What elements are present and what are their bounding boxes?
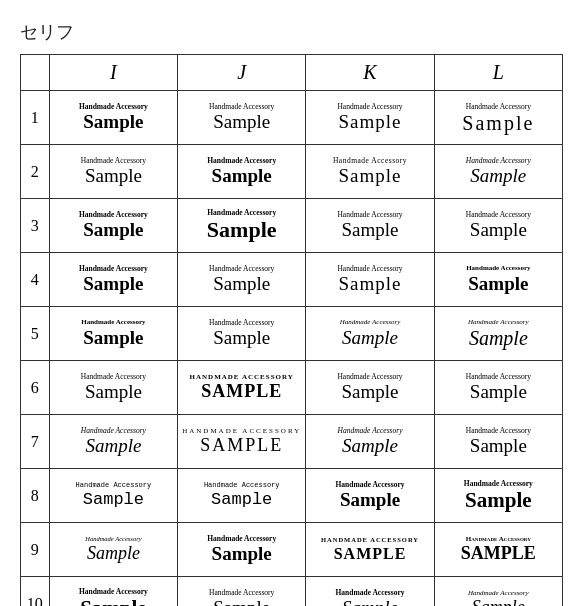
row-num-5: 5: [21, 307, 50, 361]
cell-7-3: Handmade AccessorySample: [434, 415, 562, 469]
cell-top-text: Handmade Accessory: [337, 372, 402, 381]
table-row: 2Handmade AccessorySampleHandmade Access…: [21, 145, 563, 199]
cell-main-text: Sample: [339, 112, 402, 133]
row-num-3: 3: [21, 199, 50, 253]
cell-8-1: Handmade AccessorySample: [178, 469, 306, 523]
row-num-10: 10: [21, 577, 50, 607]
cell-2-0: Handmade AccessorySample: [49, 145, 177, 199]
cell-top-text: Handmade Accessory: [466, 372, 531, 381]
cell-main-text: Sample: [470, 166, 526, 187]
cell-main-text: Sample: [470, 436, 527, 457]
cell-top-text: Handmade Accessory: [207, 156, 276, 165]
cell-6-1: HANDMADE ACCESSORYSAMPLE: [178, 361, 306, 415]
cell-top-text: Handmade Accessory: [81, 318, 145, 326]
table-row: 6Handmade AccessorySampleHANDMADE ACCESS…: [21, 361, 563, 415]
cell-top-text: Handmade Accessory: [337, 264, 402, 273]
cell-8-0: Handmade AccessorySample: [49, 469, 177, 523]
cell-top-text: Handmade Accessory: [466, 535, 531, 543]
cell-main-text: Sample: [212, 166, 272, 187]
cell-5-0: Handmade AccessorySample: [49, 307, 177, 361]
cell-main-text: Sample: [342, 220, 399, 241]
cell-main-text: SAMPLE: [461, 544, 536, 564]
row-num-8: 8: [21, 469, 50, 523]
cell-main-text: Sample: [85, 166, 142, 187]
cell-top-text: HANDMADE ACCESSORY: [321, 536, 419, 544]
cell-5-1: Handmade AccessorySample: [178, 307, 306, 361]
cell-8-3: Handmade AccessorySample: [434, 469, 562, 523]
cell-2-3: Handmade AccessorySample: [434, 145, 562, 199]
cell-7-1: HANDMADE ACCESSORYSAMPLE: [178, 415, 306, 469]
table-row: 7Handmade AccessorySampleHANDMADE ACCESS…: [21, 415, 563, 469]
cell-main-text: Sample: [213, 112, 270, 133]
cell-1-2: Handmade AccessorySample: [306, 91, 434, 145]
cell-3-2: Handmade AccessorySample: [306, 199, 434, 253]
col-header-I: I: [49, 55, 177, 91]
cell-top-text: Handmade Accessory: [337, 210, 402, 219]
section-title: セリフ: [20, 20, 563, 44]
cell-6-2: Handmade AccessorySample: [306, 361, 434, 415]
cell-top-text: Handmade Accessory: [209, 588, 274, 597]
cell-top-text: Handmade Accessory: [85, 535, 141, 543]
cell-4-3: Handmade AccessorySample: [434, 253, 562, 307]
cell-main-text: Sample: [213, 274, 270, 295]
col-header-K: K: [306, 55, 434, 91]
col-header-J: J: [178, 55, 306, 91]
table-row: 4Handmade AccessorySampleHandmade Access…: [21, 253, 563, 307]
cell-main-text: Sample: [87, 544, 140, 564]
cell-top-text: Handmade Accessory: [209, 264, 274, 273]
cell-1-1: Handmade AccessorySample: [178, 91, 306, 145]
cell-top-text: Handmade Accessory: [466, 426, 531, 435]
cell-3-0: Handmade AccessorySample: [49, 199, 177, 253]
cell-10-3: Handmade AccessorySample: [434, 577, 562, 607]
cell-8-2: Handmade AccessorySample: [306, 469, 434, 523]
cell-top-text: Handmade Accessory: [207, 534, 276, 543]
cell-main-text: Sample: [342, 328, 398, 349]
cell-top-text: Handmade Accessory: [337, 102, 402, 111]
cell-main-text: Sample: [85, 382, 142, 403]
cell-main-text: Sample: [470, 220, 527, 241]
cell-main-text: Sample: [469, 327, 528, 349]
cell-main-text: SAMPLE: [334, 545, 407, 563]
cell-top-text: HANDMADE ACCESSORY: [190, 373, 294, 381]
col-header-L: L: [434, 55, 562, 91]
cell-main-text: Sample: [83, 274, 143, 295]
cell-main-text: Sample: [342, 436, 398, 457]
cell-9-1: Handmade AccessorySample: [178, 523, 306, 577]
cell-top-text: Handmade Accessory: [464, 479, 533, 488]
cell-top-text: Handmade Accessory: [79, 210, 148, 219]
cell-top-text: Handmade Accessory: [81, 426, 146, 435]
cell-9-2: HANDMADE ACCESSORYSAMPLE: [306, 523, 434, 577]
cell-top-text: Handmade Accessory: [466, 210, 531, 219]
cell-9-3: Handmade AccessorySAMPLE: [434, 523, 562, 577]
cell-main-text: Sample: [83, 112, 143, 133]
cell-4-0: Handmade AccessorySample: [49, 253, 177, 307]
cell-10-1: Handmade AccessorySample: [178, 577, 306, 607]
cell-main-text: Sample: [465, 489, 532, 512]
cell-main-text: Sample: [213, 328, 270, 349]
cell-6-0: Handmade AccessorySample: [49, 361, 177, 415]
cell-top-text: Handmade Accessory: [466, 102, 531, 111]
page: セリフ I J K L 1Handmade AccessorySampleHan…: [0, 0, 583, 606]
cell-6-3: Handmade AccessorySample: [434, 361, 562, 415]
cell-main-text: Sample: [339, 274, 402, 295]
cell-main-text: Sample: [207, 218, 277, 242]
cell-3-1: Handmade AccessorySample: [178, 199, 306, 253]
cell-7-0: Handmade AccessorySample: [49, 415, 177, 469]
cell-2-2: Handmade AccessorySample: [306, 145, 434, 199]
cell-main-text: SAMPLE: [201, 382, 282, 402]
cell-main-text: Sample: [83, 491, 144, 510]
cell-main-text: Sample: [470, 382, 527, 403]
row-num-2: 2: [21, 145, 50, 199]
row-num-1: 1: [21, 91, 50, 145]
table-row: 1Handmade AccessorySampleHandmade Access…: [21, 91, 563, 145]
cell-top-text: Handmade Accessory: [79, 587, 148, 596]
font-sample-table: I J K L 1Handmade AccessorySampleHandmad…: [20, 54, 563, 606]
cell-top-text: Handmade Accessory: [337, 426, 402, 435]
cell-top-text: Handmade Accessory: [466, 156, 531, 165]
table-row: 3Handmade AccessorySampleHandmade Access…: [21, 199, 563, 253]
cell-4-2: Handmade AccessorySample: [306, 253, 434, 307]
cell-main-text: Sample: [342, 598, 398, 606]
cell-top-text: Handmade Accessory: [204, 481, 280, 489]
cell-top-text: Handmade Accessory: [336, 480, 405, 489]
cell-top-text: Handmade Accessory: [209, 318, 274, 327]
